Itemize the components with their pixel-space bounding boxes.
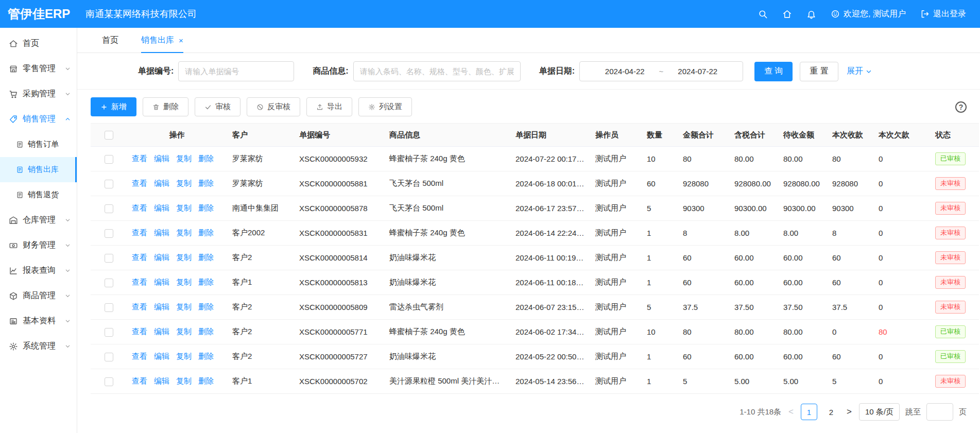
view-link[interactable]: 查看 [132, 302, 147, 311]
page-size-select[interactable]: 10 条/页 [859, 403, 900, 421]
delete-button[interactable]: 删除 [143, 97, 188, 116]
delete-link[interactable]: 删除 [198, 203, 214, 212]
status-cell: 未审核 [930, 246, 979, 270]
add-button[interactable]: 新增 [91, 97, 136, 116]
edit-link[interactable]: 编辑 [154, 253, 169, 262]
export-button[interactable]: 导出 [306, 97, 352, 116]
view-link[interactable]: 查看 [132, 154, 147, 163]
date-range-picker[interactable]: 2024-04-22 ~ 2024-07-22 [579, 61, 743, 81]
row-checkbox[interactable] [105, 155, 113, 164]
edit-link[interactable]: 编辑 [154, 327, 169, 336]
edit-link[interactable]: 编辑 [154, 376, 169, 385]
view-link[interactable]: 查看 [132, 352, 147, 360]
copy-link[interactable]: 复制 [176, 203, 192, 212]
sidebar-item-sales-order[interactable]: 销售订单 [0, 132, 77, 157]
edit-link[interactable]: 编辑 [154, 203, 169, 212]
bill-no-input[interactable] [178, 61, 294, 81]
copy-link[interactable]: 复制 [176, 352, 192, 360]
view-link[interactable]: 查看 [132, 376, 147, 385]
sidebar-item-report[interactable]: 报表查询 [0, 258, 77, 283]
reset-button[interactable]: 重 置 [800, 62, 838, 81]
tab-sales-outbound[interactable]: 销售出库 × [141, 28, 183, 53]
sidebar-item-warehouse[interactable]: 仓库管理 [0, 207, 77, 233]
sidebar-item-finance[interactable]: 财务管理 [0, 233, 77, 258]
page-1-button[interactable]: 1 [801, 404, 817, 420]
view-link[interactable]: 查看 [132, 327, 147, 336]
copy-link[interactable]: 复制 [176, 327, 192, 336]
column-settings-button[interactable]: 列设置 [358, 97, 412, 116]
sidebar-item-sales-outbound[interactable]: 销售出库 [0, 157, 77, 182]
home-icon[interactable] [782, 9, 792, 19]
copy-link[interactable]: 复制 [176, 154, 192, 163]
edit-link[interactable]: 编辑 [154, 278, 169, 286]
bell-icon[interactable] [806, 9, 816, 19]
page-2-button[interactable]: 2 [823, 404, 839, 420]
tab-home[interactable]: 首页 [102, 28, 118, 53]
view-link[interactable]: 查看 [132, 203, 147, 212]
audit-button[interactable]: 审核 [195, 97, 240, 116]
row-checkbox[interactable] [105, 229, 113, 238]
view-link[interactable]: 查看 [132, 228, 147, 237]
row-checkbox[interactable] [105, 328, 113, 337]
copy-link[interactable]: 复制 [176, 278, 192, 286]
logout-button[interactable]: 退出登录 [920, 9, 966, 20]
edit-link[interactable]: 编辑 [154, 352, 169, 360]
sales-tag-icon [9, 115, 18, 124]
logout-icon [920, 9, 930, 19]
row-checkbox[interactable] [105, 353, 113, 361]
row-checkbox[interactable] [105, 254, 113, 263]
sidebar-item-system[interactable]: 系统管理 [0, 334, 77, 359]
sidebar-item-home[interactable]: 首页 [0, 31, 77, 56]
close-icon[interactable]: × [179, 36, 183, 45]
sidebar-item-purchase[interactable]: 采购管理 [0, 81, 77, 107]
delete-link[interactable]: 删除 [198, 327, 214, 336]
edit-link[interactable]: 编辑 [154, 302, 169, 311]
copy-link[interactable]: 复制 [176, 253, 192, 262]
edit-link[interactable]: 编辑 [154, 228, 169, 237]
jump-page-input[interactable] [926, 403, 953, 421]
unaudit-button[interactable]: 反审核 [247, 97, 300, 116]
next-page-button[interactable]: > [845, 407, 853, 417]
search-icon[interactable] [758, 9, 768, 19]
sidebar-item-sales-return[interactable]: 销售退货 [0, 182, 77, 207]
help-icon[interactable]: ? [955, 101, 967, 113]
tax-total-cell: 928080.00 [729, 171, 778, 196]
delete-link[interactable]: 删除 [198, 278, 214, 286]
delete-link[interactable]: 删除 [198, 352, 214, 360]
row-checkbox[interactable] [105, 180, 113, 188]
row-checkbox[interactable] [105, 204, 113, 213]
status-cell: 未审核 [930, 270, 979, 295]
select-all-checkbox[interactable] [105, 131, 113, 140]
table-body: 查看编辑复制删除 罗莱家纺 XSCK00000005932 蜂蜜柚子茶 240g… [91, 147, 979, 394]
owed-cell: 0 [873, 246, 930, 270]
delete-link[interactable]: 删除 [198, 302, 214, 311]
owed-cell: 0 [873, 196, 930, 221]
bill-no-label: 单据编号: [138, 66, 174, 77]
delete-link[interactable]: 删除 [198, 154, 214, 163]
delete-link[interactable]: 删除 [198, 376, 214, 385]
product-info-input[interactable] [353, 61, 521, 81]
search-button[interactable]: 查 询 [754, 62, 793, 81]
user-greeting[interactable]: 欢迎您, 测试用户 [831, 9, 906, 20]
sidebar-item-basicdata[interactable]: 基本资料 [0, 308, 77, 334]
copy-link[interactable]: 复制 [176, 228, 192, 237]
edit-link[interactable]: 编辑 [154, 179, 169, 187]
row-checkbox[interactable] [105, 377, 113, 386]
view-link[interactable]: 查看 [132, 253, 147, 262]
copy-link[interactable]: 复制 [176, 376, 192, 385]
sidebar-item-retail[interactable]: 零售管理 [0, 56, 77, 81]
delete-link[interactable]: 删除 [198, 228, 214, 237]
view-link[interactable]: 查看 [132, 179, 147, 187]
delete-link[interactable]: 删除 [198, 179, 214, 187]
copy-link[interactable]: 复制 [176, 302, 192, 311]
row-checkbox[interactable] [105, 303, 113, 312]
prev-page-button[interactable]: < [787, 407, 795, 417]
row-checkbox[interactable] [105, 279, 113, 287]
view-link[interactable]: 查看 [132, 278, 147, 286]
copy-link[interactable]: 复制 [176, 179, 192, 187]
expand-filters-link[interactable]: 展开 [847, 66, 872, 77]
delete-link[interactable]: 删除 [198, 253, 214, 262]
sidebar-item-product[interactable]: 商品管理 [0, 283, 77, 308]
edit-link[interactable]: 编辑 [154, 154, 169, 163]
sidebar-item-sales[interactable]: 销售管理 [0, 107, 77, 132]
